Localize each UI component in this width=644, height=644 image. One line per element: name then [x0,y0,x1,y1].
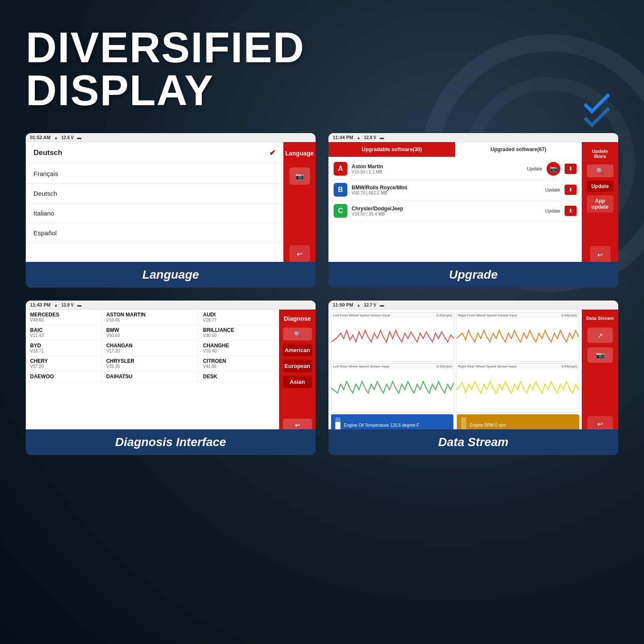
diagnose-volt: 12.8 V [61,303,74,307]
diagnose-status-bar: 11:43 PM 12.8 V [26,301,316,310]
upgrade-panel-label: Upgrade [328,262,618,288]
chart-left-front: Left Front Wheel Speed Sensor Input 9.32… [331,312,454,361]
aston-camera-btn[interactable]: 📷 [547,162,560,176]
diagnose-panel-label: Diagnosis Interface [26,429,316,455]
language-sidebar: Language 📷 ↩ [283,142,316,262]
gauge-oil-temp: Engine Oil Temperature 125.6 degree F [331,414,453,429]
table-row: MERCEDESV49.60 ASTON MARTINV10.45 AUDIV2… [26,310,279,325]
upgrade-panel: 11:44 PM 12.8 V Upgradable software(30) … [328,133,618,288]
upgrade-status-bar: 11:44 PM 12.8 V [328,133,618,142]
upgrade-back-button[interactable]: ↩ [590,246,611,262]
upgrade-search-button[interactable]: 🔍 [587,164,614,177]
upgrade-item-chrysler: C Chrysler/Dodge/Jeep V33.50 | 35.4 MB U… [328,200,582,222]
diagnose-panel: 11:43 PM 12.8 V MERCEDESV49.60 ASTON MAR… [26,301,316,455]
language-time: 01:52 AM [30,135,51,140]
chart-left-rear-label: Left Rear Wheel Speed Sensor Input 9.32(… [331,364,454,369]
chart-left-rear-svg [331,369,454,410]
upgrade-volt: 12.8 V [364,135,377,140]
diagnose-brand-list: MERCEDESV49.60 ASTON MARTINV10.45 AUDIV2… [26,310,279,429]
diagnose-table: MERCEDESV49.60 ASTON MARTINV10.45 AUDIV2… [26,310,279,382]
chart-left-front-label: Left Front Wheel Speed Sensor Input 9.32… [331,313,454,318]
upgrade-item-bmw: B BMW/Rolls Royce/Mini V50.70 | 662.2 MB… [328,179,582,200]
language-item-italiano[interactable]: Italiano [26,204,283,223]
upgrade-sidebar: Update0kb/s 🔍 Update App update ↩ [582,142,618,262]
datastream-battery-icon [380,302,384,307]
table-row: BAICV11.43 BMWV50.63 BRILLIANCEV30.50 [26,325,279,340]
upgrade-update-button[interactable]: Update [587,181,614,192]
gauges-area: Engine Oil Temperature 125.6 degree F En… [331,414,579,429]
language-panel-inner: Deutsch ✔ Français Deutsch Italiano [26,142,316,262]
oil-temp-bar-container [335,417,340,429]
language-panel-label: Language [26,262,316,288]
upgrade-speed-info: Update0kb/s [590,146,610,161]
language-panel: 01:52 AM 12.6 V Deutsch ✔ Français [26,133,316,288]
datastream-export-button[interactable]: ↗ [587,328,613,343]
diagnose-time: 11:43 PM [30,302,51,307]
bmw-name: BMW/Rolls Royce/Mini [352,185,541,191]
upgrade-wifi-icon [357,135,361,140]
upgrade-tabs: Upgradable software(30) Upgraded softwar… [328,142,582,157]
language-item-espanol[interactable]: Español [26,223,283,243]
language-item-francais[interactable]: Français [26,164,283,184]
diagnose-asian-button[interactable]: Asian [283,376,312,388]
language-item-deutsch-selected[interactable]: Deutsch ✔ [26,142,283,164]
upgrade-appupdate-button[interactable]: App update [587,195,614,213]
diagnose-american-button[interactable]: American [283,344,312,356]
chart-right-front-svg [456,318,579,359]
language-wifi-icon [54,135,58,140]
datastream-back-button[interactable]: ↩ [587,416,613,429]
language-battery-icon [77,135,82,140]
chart-right-front: Right Front Wheel Speed Sensor Input 9.5… [456,312,579,361]
aston-brand-icon: A [334,162,347,176]
tab-upgradable[interactable]: Upgradable software(30) [328,142,455,157]
chrysler-name: Chrysler/Dodge/Jeep [352,206,541,212]
datastream-wifi-icon [357,302,361,307]
chrysler-update-label: Update [545,208,560,213]
diagnose-sidebar-title: Diagnose [282,313,313,324]
rpm-bar-container [461,417,466,429]
bmw-download-btn[interactable]: ⬇ [565,185,577,195]
diagnose-search-button[interactable]: 🔍 [283,328,312,340]
chart-right-rear-label: Right Rear Wheel Speed Sensor Input 9.94… [456,364,579,369]
table-row: BYDV18.71 CHANGANV17.20 CHANGHEV20.40 [26,340,279,356]
chrysler-version: V33.50 | 35.4 MB [352,212,541,216]
language-list: Deutsch ✔ Français Deutsch Italiano [26,142,283,262]
chart-left-front-svg [331,318,454,359]
upgrade-item-aston: A Aston Martin V10.50 | 1.1 MB Update 📷 … [328,158,582,179]
datastream-time: 11:50 PM [333,302,353,307]
language-volt: 12.6 V [61,135,74,140]
aston-download-btn[interactable]: ⬇ [565,164,577,174]
language-back-button[interactable]: ↩ [289,245,310,262]
chrysler-brand-icon: C [334,204,347,218]
datastream-volt: 12.7 V [364,303,377,307]
diagnose-panel-inner: MERCEDESV49.60 ASTON MARTINV10.45 AUDIV2… [26,310,316,429]
language-camera-button[interactable]: 📷 [289,167,310,185]
datastream-sidebar: Data Stream ↗ 📷 ↩ [582,310,618,429]
chart-right-front-label: Right Front Wheel Speed Sensor Input 9.5… [456,313,579,318]
rpm-text: Engine RPM 0 rpm [470,422,506,428]
chart-right-rear-svg [456,369,579,410]
upgrade-items-list: A Aston Martin V10.50 | 1.1 MB Update 📷 … [328,157,582,262]
diagnose-european-button[interactable]: European [283,360,312,372]
datastream-sidebar-title: Data Stream [584,313,616,323]
diagnose-battery-icon [77,302,82,307]
charts-area: Left Front Wheel Speed Sensor Input 9.32… [331,312,579,413]
diagnose-back-button[interactable]: ↩ [283,419,312,429]
chrysler-download-btn[interactable]: ⬇ [565,206,577,216]
datastream-camera-button[interactable]: 📷 [587,347,613,363]
datastream-panel: 11:50 PM 12.7 V Left Front Wheel Speed S… [328,301,618,455]
diagnose-screen: 11:43 PM 12.8 V MERCEDESV49.60 ASTON MAR… [26,301,316,429]
datastream-panel-label: Data Stream [328,429,618,455]
chart-right-rear: Right Rear Wheel Speed Sensor Input 9.94… [456,363,579,413]
bmw-version: V50.70 | 662.2 MB [352,191,541,195]
aston-update-label: Update [527,166,542,171]
panels-grid: 01:52 AM 12.6 V Deutsch ✔ Français [26,133,618,455]
table-row: DAEWOO DAIHATSU DESK [26,371,279,382]
chart-left-rear: Left Rear Wheel Speed Sensor Input 9.32(… [331,363,454,413]
oil-temp-text: Engine Oil Temperature 125.6 degree F [344,422,419,428]
tab-upgraded[interactable]: Upgraded software(67) [455,142,582,157]
datastream-status-bar: 11:50 PM 12.7 V [328,301,618,310]
language-item-deutsch2[interactable]: Deutsch [26,184,283,204]
upgrade-panel-inner: Upgradable software(30) Upgraded softwar… [328,142,618,262]
bmw-brand-icon: B [334,183,347,197]
